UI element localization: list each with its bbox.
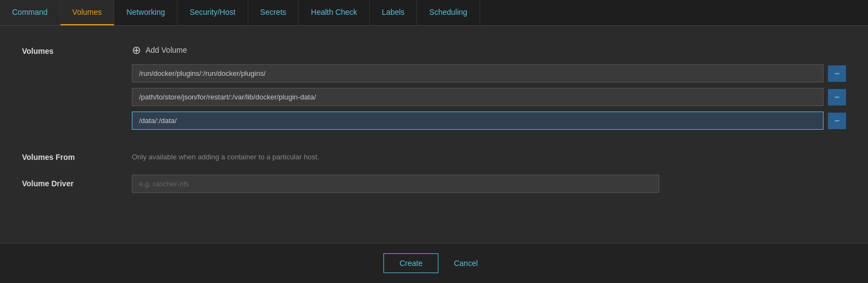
volume-driver-input[interactable] <box>132 175 659 193</box>
content-area: Volumes ⊕ Add Volume − − − Vo <box>0 26 868 223</box>
tab-volumes[interactable]: Volumes <box>60 0 115 25</box>
tab-bar: Command Volumes Networking Security/Host… <box>0 0 868 26</box>
volumes-from-hint: Only available when adding a container t… <box>132 148 846 161</box>
tab-command[interactable]: Command <box>0 0 60 25</box>
remove-volume-button-1[interactable]: − <box>828 65 846 82</box>
remove-volume-button-2[interactable]: − <box>828 89 846 106</box>
volume-row-3: − <box>132 112 846 130</box>
volume-input-1[interactable] <box>132 64 824 82</box>
volumes-section: Volumes ⊕ Add Volume − − − <box>22 42 846 135</box>
volumes-from-section: Volumes From Only available when adding … <box>22 148 846 162</box>
remove-volume-button-3[interactable]: − <box>828 113 846 129</box>
tab-scheduling[interactable]: Scheduling <box>417 0 480 25</box>
volumes-from-label: Volumes From <box>22 148 132 162</box>
volume-input-3[interactable] <box>132 112 824 130</box>
volume-row-1: − <box>132 64 846 82</box>
volume-driver-body <box>132 175 846 193</box>
add-icon: ⊕ <box>132 45 141 56</box>
volume-driver-label: Volume Driver <box>22 175 132 188</box>
tab-security-host[interactable]: Security/Host <box>177 0 248 25</box>
tab-health-check[interactable]: Health Check <box>299 0 370 25</box>
volumes-body: ⊕ Add Volume − − − <box>132 42 846 135</box>
volumes-from-body: Only available when adding a container t… <box>132 148 846 161</box>
volumes-label: Volumes <box>22 42 132 56</box>
add-volume-label: Add Volume <box>146 46 187 54</box>
volume-row-2: − <box>132 88 846 106</box>
tab-secrets[interactable]: Secrets <box>248 0 299 25</box>
add-volume-button[interactable]: ⊕ Add Volume <box>132 42 187 58</box>
tab-networking[interactable]: Networking <box>114 0 177 25</box>
volume-input-2[interactable] <box>132 88 824 106</box>
tab-labels[interactable]: Labels <box>370 0 417 25</box>
volume-driver-section: Volume Driver <box>22 175 846 193</box>
create-button[interactable]: Create <box>383 253 438 273</box>
cancel-button[interactable]: Cancel <box>447 254 485 273</box>
footer: Create Cancel <box>0 243 868 283</box>
